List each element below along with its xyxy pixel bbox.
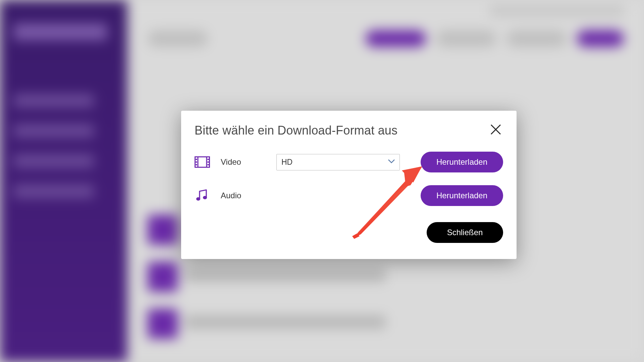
svg-rect-6	[196, 161, 197, 163]
audio-row: Audio Herunterladen	[195, 185, 503, 206]
film-icon	[195, 155, 210, 169]
svg-rect-7	[196, 164, 197, 165]
download-format-modal: Bitte wähle ein Download-Format aus	[181, 111, 517, 259]
video-quality-value[interactable]: HD	[276, 154, 400, 170]
video-row: Video HD Herunterladen	[195, 152, 503, 172]
audio-label: Audio	[221, 191, 274, 200]
download-video-button[interactable]: Herunterladen	[421, 152, 503, 172]
svg-point-12	[203, 196, 207, 199]
video-label: Video	[221, 157, 274, 167]
svg-rect-10	[208, 164, 209, 165]
close-icon[interactable]	[488, 122, 503, 137]
svg-rect-9	[208, 161, 209, 163]
download-audio-button[interactable]: Herunterladen	[421, 185, 503, 206]
modal-title: Bitte wähle ein Download-Format aus	[195, 123, 397, 138]
video-quality-select[interactable]: HD	[276, 154, 400, 170]
svg-rect-8	[208, 159, 209, 160]
music-note-icon	[195, 189, 210, 203]
svg-rect-5	[196, 159, 197, 160]
svg-rect-2	[195, 157, 210, 167]
close-button[interactable]: Schließen	[427, 222, 503, 243]
svg-point-11	[196, 197, 200, 201]
